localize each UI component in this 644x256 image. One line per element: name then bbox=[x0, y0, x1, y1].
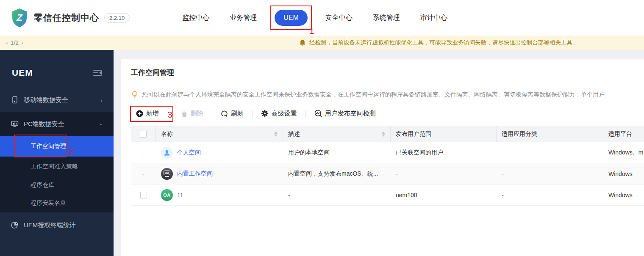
row-category-cell: - bbox=[497, 184, 603, 205]
pager-next-icon[interactable]: › bbox=[21, 39, 23, 46]
row-scope-cell: 已关联空间的用户 bbox=[391, 142, 497, 163]
workspace-link[interactable]: 11 bbox=[177, 192, 183, 198]
page-title: 工作空间管理 bbox=[131, 68, 644, 77]
row-name-cell: OA 内置工作空间 bbox=[156, 163, 283, 184]
pc-data-security-submenu: 工作空间管理 工作空间准入策略 程序仓库 程序安装名单 bbox=[0, 136, 114, 212]
notice-bar: ‹ 1/2 › 经检测，当前设备未运行虚拟机性能优化工具，可能导致业务访问失败，… bbox=[0, 36, 644, 50]
annotation-label-step3: 3 bbox=[167, 110, 172, 120]
add-button-label: 新增 bbox=[146, 110, 159, 118]
row-scope-cell: - bbox=[391, 163, 497, 184]
app-screen: Z 零信任控制中心 2.2.10 监控中心 业务管理 UEM 1 安全中心 系统… bbox=[0, 0, 644, 256]
builtin-oa-avatar-icon: OA bbox=[161, 168, 173, 180]
advanced-settings-label: 高级设置 bbox=[272, 110, 297, 118]
add-button[interactable]: 新增 bbox=[136, 110, 159, 118]
menu-fold-icon[interactable] bbox=[93, 69, 102, 76]
row-platform-cell: Windows bbox=[603, 184, 644, 205]
sidebar-item-label: UEM授权终端统计 bbox=[24, 221, 103, 229]
user-space-detect-button[interactable]: 用户发布空间检测 bbox=[314, 110, 376, 118]
top-header: Z 零信任控制中心 2.2.10 监控中心 业务管理 UEM 1 安全中心 系统… bbox=[0, 0, 644, 36]
sidebar-item-label: 移动端数据安全 bbox=[24, 96, 100, 104]
gear-icon bbox=[261, 110, 269, 117]
user-space-detect-label: 用户发布空间检测 bbox=[325, 110, 376, 118]
sidebar-title: UEM bbox=[12, 68, 33, 78]
sort-icon[interactable] bbox=[274, 132, 278, 137]
sidebar-subitem-program-repository[interactable]: 程序仓库 bbox=[0, 177, 114, 194]
annotation-label-step2: 2 bbox=[69, 146, 74, 157]
toolbar: 新增 3 删除 bbox=[131, 106, 644, 121]
header-name: 名称 bbox=[156, 126, 283, 142]
row-category-cell: - bbox=[497, 142, 603, 163]
header-publish-user-scope: 发布用户范围 bbox=[391, 126, 497, 142]
row-checkbox[interactable] bbox=[140, 192, 147, 198]
refresh-button[interactable]: 刷新 bbox=[221, 110, 244, 118]
workspace-link[interactable]: 内置工作空间 bbox=[177, 170, 213, 178]
refresh-icon bbox=[221, 110, 228, 117]
sidebar-subitem-workspace-access-policy[interactable]: 工作空间准入策略 bbox=[0, 157, 114, 177]
pulse-circle-icon bbox=[314, 110, 322, 117]
nav-system-management[interactable]: 系统管理 bbox=[373, 10, 400, 26]
row-select-cell bbox=[131, 184, 156, 205]
divider bbox=[131, 85, 644, 85]
pie-chart-icon bbox=[11, 221, 19, 229]
oa-green-avatar-icon: OA bbox=[161, 189, 173, 201]
advanced-settings-button[interactable]: 高级设置 bbox=[261, 110, 297, 118]
table-row: OA 11 - uem100 - Windows bbox=[131, 184, 644, 206]
workspace-link[interactable]: 个人空间 bbox=[177, 149, 201, 157]
row-desc-cell: - bbox=[283, 184, 391, 205]
table-row: - 个人空间 用户的本地空间 已关联空间的用户 bbox=[131, 142, 644, 163]
header-app-category: 适用应用分类 bbox=[497, 126, 603, 142]
row-platform-cell: Windows、m bbox=[603, 142, 644, 163]
lightbulb-icon bbox=[131, 91, 139, 99]
row-scope-cell: uem100 bbox=[391, 184, 497, 205]
sort-icon[interactable] bbox=[382, 132, 385, 137]
header-name-label: 名称 bbox=[161, 130, 272, 138]
notice-message-wrap: 经检测，当前设备未运行虚拟机性能优化工具，可能导致业务访问失败，请尽快退出控制台… bbox=[299, 36, 578, 50]
select-all-checkbox[interactable] bbox=[140, 131, 147, 138]
sidebar-item-mobile-data-security[interactable]: 移动端数据安全 › bbox=[0, 88, 114, 112]
sidebar-subitem-program-install-list[interactable]: 程序安装名单 bbox=[0, 194, 114, 212]
sidebar-item-pc-data-security[interactable]: PC端数据安全 › bbox=[0, 112, 114, 136]
row-platform-cell: Windows bbox=[603, 163, 644, 184]
shield-logo-icon: Z bbox=[10, 8, 29, 28]
row-name-cell: 个人空间 bbox=[156, 142, 283, 163]
header-platform-label: 适用平台 bbox=[608, 130, 639, 138]
header-platform: 适用平台 bbox=[603, 126, 644, 142]
sidebar-item-uem-terminal-stats[interactable]: UEM授权终端统计 bbox=[0, 212, 114, 238]
nav-uem[interactable]: UEM bbox=[275, 10, 308, 26]
delete-button-label: 删除 bbox=[191, 110, 203, 118]
table-header: 名称 描述 发布用户范围 适用应用分类 bbox=[131, 126, 644, 142]
chevron-down-icon: › bbox=[98, 123, 105, 125]
nav-security-center[interactable]: 安全中心 bbox=[325, 10, 353, 26]
header-select-cell bbox=[131, 126, 156, 142]
sidebar-header: UEM bbox=[0, 50, 114, 88]
header-description: 描述 bbox=[283, 126, 391, 142]
nav-uem-wrap: UEM 1 bbox=[275, 10, 308, 26]
nav-business-management[interactable]: 业务管理 bbox=[230, 10, 257, 26]
delete-button[interactable]: 删除 bbox=[181, 110, 203, 118]
workspace-card: 工作空间管理 您可以在此创建与个人环境完全隔离的安全工作空间来保护业务数据安全，… bbox=[121, 59, 644, 256]
toolbar-separator bbox=[212, 110, 212, 117]
top-nav: 监控中心 业务管理 UEM 1 安全中心 系统管理 审计中心 bbox=[172, 10, 458, 26]
sidebar-subitem-workspace-management[interactable]: 工作空间管理 bbox=[0, 136, 114, 157]
mobile-icon bbox=[11, 96, 19, 104]
bell-icon bbox=[299, 39, 306, 47]
header-scope-label: 发布用户范围 bbox=[396, 130, 491, 138]
toolbar-separator bbox=[305, 110, 306, 117]
workspace-table: 名称 描述 发布用户范围 适用应用分类 bbox=[131, 126, 644, 206]
row-desc-cell: 用户的本地空间 bbox=[283, 142, 391, 163]
plus-circle-icon bbox=[136, 110, 143, 117]
row-select-cell: - bbox=[131, 163, 156, 184]
pc-icon bbox=[11, 120, 19, 128]
main-area: 工作空间管理 您可以在此创建与个人环境完全隔离的安全工作空间来保护业务数据安全，… bbox=[114, 50, 644, 256]
nav-monitor-center[interactable]: 监控中心 bbox=[182, 10, 209, 26]
tip-row: 您可以在此创建与个人环境完全隔离的安全工作空间来保护业务数据安全，在工作空间中运… bbox=[131, 91, 644, 99]
table-row: - OA 内置工作空间 内置空间，支持发布macOS、统... - - Wind… bbox=[131, 163, 644, 184]
row-category-cell: - bbox=[497, 163, 603, 184]
nav-audit-center[interactable]: 审计中心 bbox=[420, 10, 447, 26]
pager-prev-icon[interactable]: ‹ bbox=[6, 39, 8, 46]
header-description-label: 描述 bbox=[288, 130, 379, 138]
brand: Z 零信任控制中心 2.2.10 bbox=[10, 8, 130, 28]
notice-pager: ‹ 1/2 › bbox=[6, 36, 23, 50]
row-desc-cell: 内置空间，支持发布macOS、统... bbox=[283, 163, 391, 184]
row-name-cell: OA 11 bbox=[156, 184, 283, 205]
